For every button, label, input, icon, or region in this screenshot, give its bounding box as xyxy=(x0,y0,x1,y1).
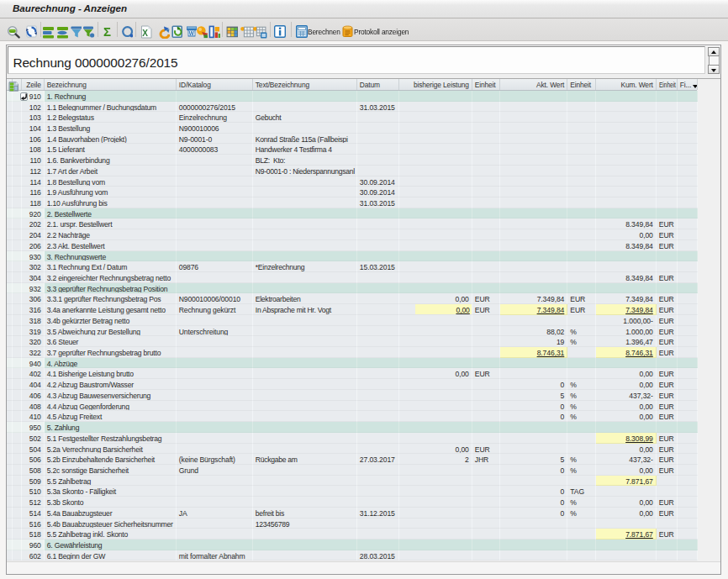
svg-text:X: X xyxy=(142,29,148,38)
svg-text:W: W xyxy=(189,30,195,36)
